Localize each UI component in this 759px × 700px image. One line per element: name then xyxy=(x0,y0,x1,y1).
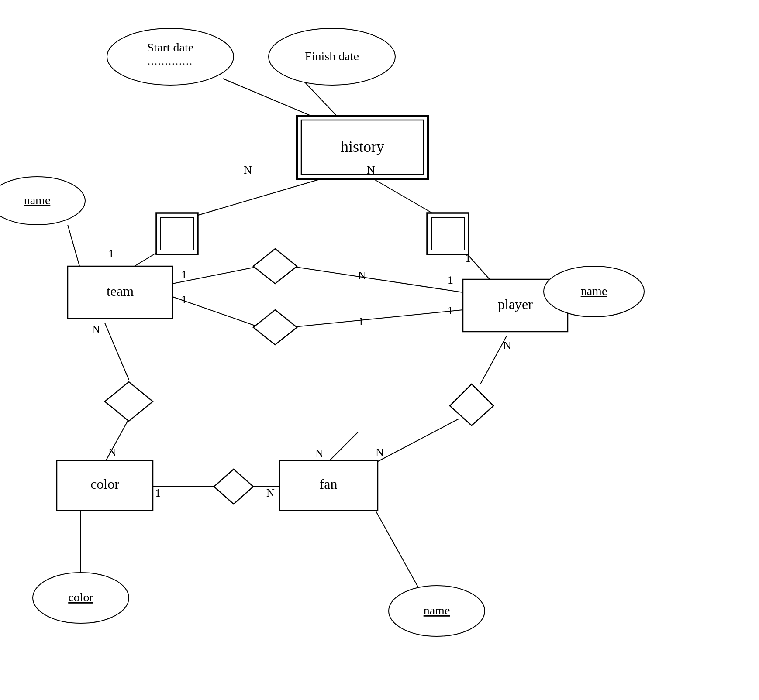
svg-line-11 xyxy=(290,310,463,327)
card-d1-player-1: 1 xyxy=(448,274,453,286)
svg-line-9 xyxy=(290,266,463,292)
color-label: color xyxy=(90,476,119,492)
history-label: history xyxy=(341,138,384,155)
card-d3-color-n: N xyxy=(108,446,117,459)
color-attr-label: color xyxy=(68,590,93,604)
card-history-left-n: N xyxy=(244,164,252,176)
card-fan-top-n: N xyxy=(315,447,324,460)
player-label: player xyxy=(498,296,533,312)
diamond-team-player-upper xyxy=(253,249,297,284)
team-name-label: name xyxy=(24,193,51,207)
card-d2-player-r1: 1 xyxy=(448,304,453,317)
card-d2-player-1: 1 xyxy=(358,315,364,328)
card-team-d1-1: 1 xyxy=(181,268,187,281)
finish-date-label: Finish date xyxy=(305,49,359,63)
svg-line-12 xyxy=(105,323,129,380)
card-color-d5-1: 1 xyxy=(155,487,161,499)
weak-entity-left-inner xyxy=(161,217,193,250)
svg-line-0 xyxy=(223,79,321,120)
card-team-color-n: N xyxy=(92,323,100,336)
start-date-label: Start date xyxy=(147,41,194,54)
card-d5-fan-n: N xyxy=(266,487,275,499)
diamond-color-fan xyxy=(214,469,253,504)
svg-line-15 xyxy=(376,419,459,463)
fan-label: fan xyxy=(320,476,338,492)
card-weakright-player-1: 1 xyxy=(465,252,471,264)
svg-line-14 xyxy=(480,336,507,384)
card-d4-fan-n: N xyxy=(376,446,384,459)
svg-line-2 xyxy=(188,179,321,218)
diamond-team-color xyxy=(105,382,153,421)
weak-entity-right-inner xyxy=(431,217,464,250)
team-label: team xyxy=(107,283,134,299)
svg-line-6 xyxy=(68,225,81,271)
fan-name-label: name xyxy=(424,604,450,617)
svg-line-20 xyxy=(376,511,419,589)
svg-line-18 xyxy=(328,432,358,463)
card-team-d2-1: 1 xyxy=(181,293,187,306)
card-d1-player-n: N xyxy=(358,269,366,282)
diamond-player-fan xyxy=(450,384,493,425)
card-player-fan-n: N xyxy=(503,339,511,352)
card-history-right-n: N xyxy=(367,164,375,176)
player-name-label: name xyxy=(581,284,607,298)
card-weakleft-team-1: 1 xyxy=(108,247,114,260)
diamond-team-player-lower xyxy=(253,310,297,345)
start-date-dots: ............. xyxy=(148,55,193,67)
